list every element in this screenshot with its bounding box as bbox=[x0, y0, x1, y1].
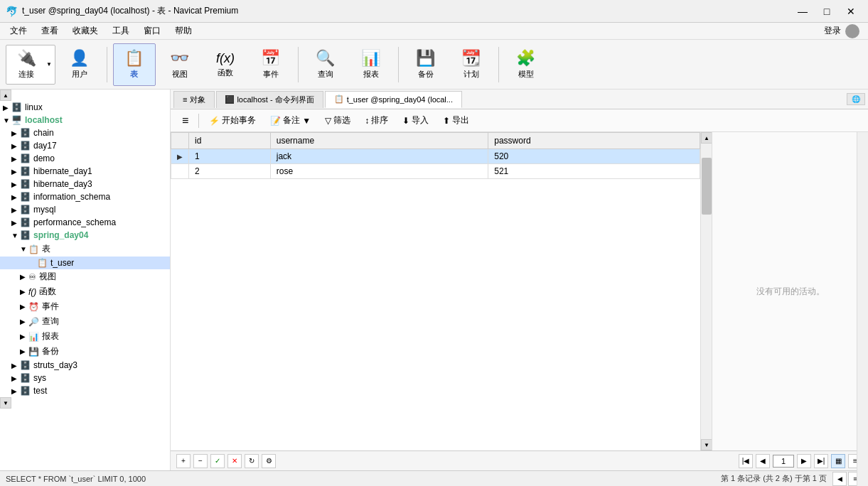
next-page-button[interactable]: ▶ bbox=[797, 454, 811, 468]
confirm-button[interactable]: ✓ bbox=[210, 454, 225, 468]
sidebar-item-hibernate-day3[interactable]: ▶ 🗄️ hibernate_day3 bbox=[0, 178, 170, 190]
tab-objects[interactable]: ≡ 对象 bbox=[173, 91, 215, 108]
col-password-header[interactable]: password bbox=[488, 133, 700, 149]
tab-console[interactable]: ⬛ localhost - 命令列界面 bbox=[216, 91, 323, 108]
localhost-toggle[interactable]: ▼ bbox=[3, 117, 11, 124]
sidebar-item-performance-schema[interactable]: ▶ 🗄️ performance_schema bbox=[0, 216, 170, 229]
table-scroll-down[interactable]: ▼ bbox=[701, 439, 712, 450]
status-icon-1[interactable]: ◀ bbox=[832, 472, 847, 486]
queries-folder-toggle[interactable]: ▶ bbox=[20, 318, 28, 325]
toolbar-table-button[interactable]: 📋 表 bbox=[113, 43, 156, 86]
hamburger-button[interactable]: ≡ bbox=[176, 113, 194, 129]
events-folder-toggle[interactable]: ▶ bbox=[20, 303, 28, 310]
sidebar-item-reports-folder[interactable]: ▶ 📊 报表 bbox=[0, 329, 170, 344]
close-button[interactable]: ✕ bbox=[840, 4, 862, 18]
sidebar-item-functions-folder[interactable]: ▶ f() 函数 bbox=[0, 284, 170, 299]
sidebar-scroll-up[interactable]: ▲ bbox=[0, 90, 11, 101]
toolbar-event-button[interactable]: 📅 事件 bbox=[250, 43, 292, 86]
reports-folder-toggle[interactable]: ▶ bbox=[20, 333, 28, 340]
login-button[interactable]: 登录 bbox=[818, 23, 865, 40]
begin-transaction-button[interactable]: ⚡ 开始事务 bbox=[203, 113, 262, 128]
filter-button[interactable]: ▽ 筛选 bbox=[319, 113, 356, 128]
toolbar-report-button[interactable]: 📊 报表 bbox=[350, 43, 392, 86]
add-row-button[interactable]: + bbox=[176, 454, 191, 468]
sidebar-item-backups-folder[interactable]: ▶ 💾 备份 bbox=[0, 344, 170, 359]
last-page-button[interactable]: ▶| bbox=[814, 454, 828, 468]
sidebar-item-day17[interactable]: ▶ 🗄️ day17 bbox=[0, 139, 170, 152]
table-row[interactable]: 2 rose 521 bbox=[171, 164, 700, 179]
connect-dropdown-icon[interactable]: ▼ bbox=[45, 61, 53, 68]
table-scroll-thumb[interactable] bbox=[702, 158, 712, 215]
toolbar-connect-button[interactable]: 🔌 连接 bbox=[8, 43, 45, 86]
sidebar-item-chain[interactable]: ▶ 🗄️ chain bbox=[0, 126, 170, 139]
col-username-header[interactable]: username bbox=[270, 133, 488, 149]
prev-page-button[interactable]: ◀ bbox=[756, 454, 770, 468]
chain-toggle[interactable]: ▶ bbox=[11, 129, 20, 137]
table-scrollbar[interactable]: ▲ ▼ bbox=[700, 132, 712, 450]
spring-day04-toggle[interactable]: ▼ bbox=[11, 232, 20, 239]
functions-folder-toggle[interactable]: ▶ bbox=[20, 288, 28, 296]
sidebar-item-test[interactable]: ▶ 🗄️ test bbox=[0, 384, 170, 397]
hibernate-day1-toggle[interactable]: ▶ bbox=[11, 168, 20, 176]
toolbar-query-button[interactable]: 🔍 查询 bbox=[304, 43, 347, 86]
sidebar-item-demo[interactable]: ▶ 🗄️ demo bbox=[0, 152, 170, 165]
menu-file[interactable]: 文件 bbox=[3, 23, 34, 38]
import-button[interactable]: ⬇ 导入 bbox=[397, 113, 434, 128]
row-2-password[interactable]: 521 bbox=[488, 164, 700, 179]
menu-tools[interactable]: 工具 bbox=[105, 23, 136, 38]
page-input[interactable] bbox=[773, 455, 794, 468]
sys-toggle[interactable]: ▶ bbox=[11, 374, 20, 382]
performance-schema-toggle[interactable]: ▶ bbox=[11, 219, 20, 227]
col-id-header[interactable]: id bbox=[189, 133, 271, 149]
right-panel-scrollbar[interactable] bbox=[857, 132, 868, 450]
day17-toggle[interactable]: ▶ bbox=[11, 142, 20, 150]
struts-day3-toggle[interactable]: ▶ bbox=[11, 362, 20, 369]
sidebar-item-t-user[interactable]: ▶ 📋 t_user bbox=[0, 256, 170, 269]
menu-window[interactable]: 窗口 bbox=[136, 23, 168, 38]
menu-help[interactable]: 帮助 bbox=[168, 23, 199, 38]
maximize-button[interactable]: □ bbox=[815, 4, 838, 18]
row-1-password[interactable]: 520 bbox=[488, 149, 700, 164]
minimize-button[interactable]: — bbox=[791, 4, 814, 18]
toolbar-view-button[interactable]: 👓 视图 bbox=[159, 43, 201, 86]
toolbar-model-button[interactable]: 🧩 模型 bbox=[505, 43, 547, 86]
sidebar-item-views-folder[interactable]: ▶ ♾ 视图 bbox=[0, 269, 170, 284]
sidebar-item-localhost[interactable]: ▼ 🖥️ localhost bbox=[0, 114, 170, 126]
demo-toggle[interactable]: ▶ bbox=[11, 155, 20, 163]
sidebar-item-mysql[interactable]: ▶ 🗄️ mysql bbox=[0, 203, 170, 216]
sidebar-scroll-down[interactable]: ▼ bbox=[0, 397, 11, 409]
linux-toggle[interactable]: ▶ bbox=[3, 104, 11, 112]
information-schema-toggle[interactable]: ▶ bbox=[11, 193, 20, 201]
toolbar-function-button[interactable]: f(x) 函数 bbox=[204, 43, 247, 86]
row-2-username[interactable]: rose bbox=[270, 164, 488, 179]
sidebar-item-tables-folder[interactable]: ▼ 📋 表 bbox=[0, 242, 170, 256]
sidebar-item-spring-day04[interactable]: ▼ 🗄️ spring_day04 bbox=[0, 229, 170, 242]
row-1-id[interactable]: 1 bbox=[189, 149, 271, 164]
tab-extra-button[interactable]: 🌐 bbox=[847, 93, 865, 105]
sidebar-item-linux[interactable]: ▶ 🗄️ linux bbox=[0, 101, 170, 114]
toolbar-user-button[interactable]: 👤 用户 bbox=[58, 43, 101, 86]
delete-row-button[interactable]: − bbox=[193, 454, 208, 468]
toolbar-schedule-button[interactable]: 📆 计划 bbox=[450, 43, 493, 86]
menu-favorites[interactable]: 收藏夹 bbox=[65, 23, 105, 38]
tables-folder-toggle[interactable]: ▼ bbox=[20, 245, 28, 253]
sidebar-item-struts-day3[interactable]: ▶ 🗄️ struts_day3 bbox=[0, 359, 170, 372]
row-2-id[interactable]: 2 bbox=[189, 164, 271, 179]
sidebar-item-queries-folder[interactable]: ▶ 🔎 查询 bbox=[0, 314, 170, 329]
discard-button[interactable]: ✕ bbox=[227, 454, 242, 468]
table-scroll-up[interactable]: ▲ bbox=[701, 132, 712, 144]
hibernate-day3-toggle[interactable]: ▶ bbox=[11, 180, 20, 188]
table-row[interactable]: ▶ 1 jack 520 bbox=[171, 149, 700, 164]
test-toggle[interactable]: ▶ bbox=[11, 387, 20, 395]
notes-button[interactable]: 📝 备注 ▼ bbox=[264, 113, 316, 128]
sidebar-item-hibernate-day1[interactable]: ▶ 🗄️ hibernate_day1 bbox=[0, 165, 170, 178]
row-1-username[interactable]: jack bbox=[270, 149, 488, 164]
first-page-button[interactable]: |◀ bbox=[739, 454, 753, 468]
refresh-button[interactable]: ↻ bbox=[245, 454, 259, 468]
sort-button[interactable]: ↕ 排序 bbox=[359, 113, 394, 128]
settings-button[interactable]: ⚙ bbox=[262, 454, 276, 468]
sidebar-item-sys[interactable]: ▶ 🗄️ sys bbox=[0, 372, 170, 384]
toolbar-backup-button[interactable]: 💾 备份 bbox=[404, 43, 447, 86]
backups-folder-toggle[interactable]: ▶ bbox=[20, 347, 28, 355]
grid-view-button[interactable]: ▦ bbox=[831, 454, 845, 468]
